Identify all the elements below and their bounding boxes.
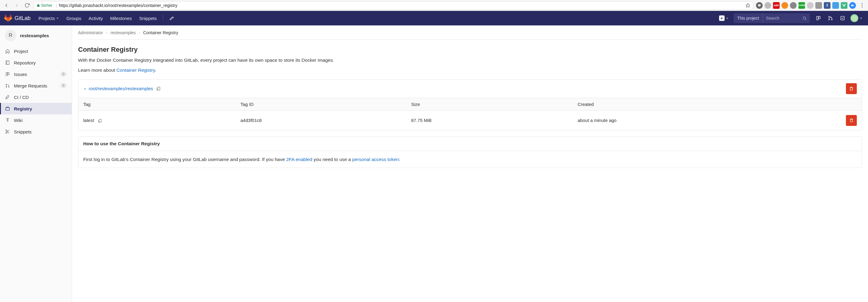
svg-point-17: [6, 132, 7, 133]
project-header[interactable]: R restexamples: [0, 25, 72, 46]
svg-rect-15: [6, 108, 9, 111]
copy-path-button[interactable]: [156, 86, 161, 91]
learn-more-link[interactable]: Container Registry: [117, 67, 155, 72]
chevron-down-icon: [726, 17, 729, 20]
nav-snippets[interactable]: Snippets: [135, 11, 160, 25]
gitlab-topnav: GitLab Projects Groups Activity Mileston…: [0, 11, 868, 25]
delete-repo-button[interactable]: [846, 83, 857, 94]
svg-rect-18: [158, 87, 160, 90]
extension-cors-icon[interactable]: CORS: [798, 2, 805, 9]
extension-monitor-icon[interactable]: [832, 2, 839, 9]
mr-count-badge: 0: [60, 83, 67, 88]
sidebar-item-registry[interactable]: Registry: [0, 103, 72, 114]
pat-link[interactable]: personal access token: [352, 157, 399, 162]
extension-pocket-icon[interactable]: [756, 2, 763, 9]
nav-projects[interactable]: Projects: [35, 11, 63, 25]
chevron-right-icon: ›: [138, 30, 140, 35]
clipboard-icon: [98, 119, 102, 123]
nav-groups[interactable]: Groups: [63, 11, 85, 25]
sidebar-item-label: Project: [14, 49, 28, 54]
sidebar-item-label: Snippets: [14, 129, 31, 134]
extension-square-icon[interactable]: [815, 2, 822, 9]
crumb-current: Container Registry: [143, 30, 178, 35]
svg-point-12: [6, 84, 7, 85]
chevron-down-icon: [860, 17, 863, 20]
reload-button[interactable]: [23, 1, 31, 9]
plus-icon: +: [719, 16, 724, 21]
svg-point-14: [8, 87, 9, 87]
crumb-project[interactable]: restexamples: [111, 30, 135, 35]
secure-label: Sicher: [41, 3, 52, 7]
project-name: restexamples: [20, 33, 49, 38]
svg-rect-11: [8, 72, 9, 75]
crumb-admin[interactable]: Administrator: [78, 30, 103, 35]
sidebar-item-repository[interactable]: Repository: [0, 57, 72, 68]
chevron-down-icon: [56, 17, 59, 20]
table-row: latest a4d3f01c8 87.75 MiB about a minut…: [79, 111, 862, 130]
trash-icon: [849, 118, 854, 123]
registry-icon: [5, 106, 10, 111]
twofa-link[interactable]: 2FA enabled: [286, 157, 312, 162]
browser-chrome: Sicher | https://gitlab.jonashackt.io/ro…: [0, 0, 868, 11]
svg-point-2: [803, 17, 806, 19]
sidebar-item-wiki[interactable]: Wiki: [0, 114, 72, 126]
svg-rect-3: [816, 16, 818, 20]
chevron-right-icon: ›: [106, 30, 107, 35]
svg-rect-8: [841, 16, 844, 20]
sidebar-item-project[interactable]: Project: [0, 46, 72, 57]
address-bar[interactable]: Sicher | https://gitlab.jonashackt.io/ro…: [33, 1, 753, 10]
user-menu[interactable]: [849, 13, 864, 24]
sidebar-item-label: Issues: [14, 72, 27, 77]
scissors-icon: [5, 129, 10, 134]
search-scope[interactable]: This project: [734, 13, 763, 23]
secure-indicator: Sicher: [37, 3, 52, 7]
extension-a-icon[interactable]: [807, 2, 813, 9]
col-size: Size: [406, 98, 573, 111]
col-created: Created: [573, 98, 841, 111]
nav-admin-wrench[interactable]: [165, 11, 178, 25]
extension-zoom-icon[interactable]: [849, 2, 856, 9]
bookmark-star-icon[interactable]: [745, 3, 750, 8]
book-icon: [5, 117, 10, 123]
sidebar-item-snippets[interactable]: Snippets: [0, 126, 72, 138]
svg-rect-1: [851, 4, 853, 6]
svg-point-5: [829, 16, 830, 17]
browser-menu-icon[interactable]: [858, 3, 866, 7]
gitlab-logo[interactable]: GitLab: [4, 14, 31, 22]
sidebar-item-cicd[interactable]: CI / CD: [0, 91, 72, 103]
svg-rect-10: [6, 72, 7, 76]
issues-shortcut[interactable]: [813, 13, 824, 24]
svg-point-13: [6, 87, 7, 87]
svg-point-7: [831, 19, 832, 20]
extension-orange-icon[interactable]: [781, 2, 788, 9]
extensions-row: ABP CORS Z: [756, 2, 856, 9]
nav-milestones[interactable]: Milestones: [106, 11, 135, 25]
merge-request-icon: [5, 83, 10, 88]
merge-requests-shortcut[interactable]: [825, 13, 836, 24]
repo-path-toggle[interactable]: root/restexamples/restexamples: [83, 86, 153, 91]
delete-tag-button[interactable]: [846, 115, 857, 126]
sidebar-item-label: Merge Requests: [14, 83, 47, 88]
svg-rect-19: [99, 119, 101, 122]
nav-activity[interactable]: Activity: [85, 11, 106, 25]
svg-marker-0: [746, 3, 750, 7]
cell-tag: latest: [83, 118, 94, 123]
project-avatar: R: [5, 30, 17, 41]
new-menu[interactable]: +: [717, 14, 731, 22]
main-content: Administrator › restexamples › Container…: [72, 25, 868, 302]
sidebar-item-issues[interactable]: Issues 0: [0, 68, 72, 80]
back-button[interactable]: [2, 1, 10, 9]
extension-grease-icon[interactable]: [790, 2, 797, 9]
extension-z-icon[interactable]: Z: [824, 2, 831, 9]
howto-title: How to use the Container Registry: [79, 137, 862, 151]
search-icon[interactable]: [799, 16, 810, 21]
extension-abp-icon[interactable]: ABP: [773, 2, 780, 9]
sidebar-item-merge-requests[interactable]: Merge Requests 0: [0, 80, 72, 91]
forward-button[interactable]: [13, 1, 21, 9]
search-input[interactable]: [763, 16, 799, 21]
todos-shortcut[interactable]: [837, 13, 848, 24]
project-sidebar: R restexamples Project Repository Issues…: [0, 25, 72, 302]
copy-tag-button[interactable]: [98, 119, 102, 123]
extension-dot-icon[interactable]: [765, 2, 771, 9]
extension-vue-icon[interactable]: [841, 2, 847, 9]
